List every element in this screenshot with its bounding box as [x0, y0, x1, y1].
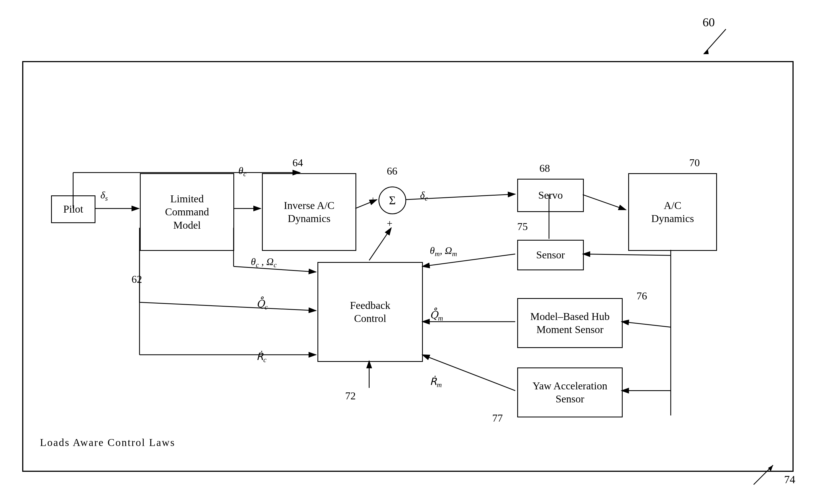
theta-c-label: θc: [238, 165, 246, 178]
rdot-c-label: Ṙc: [257, 351, 267, 364]
sum-plus-bottom: +: [387, 217, 392, 229]
svg-line-9: [583, 194, 626, 210]
ref-72-label: 72: [345, 390, 356, 402]
ref-75-label: 75: [517, 220, 528, 232]
loads-label: Loads Aware Control Laws: [40, 436, 175, 449]
arrow-74-icon: [748, 460, 781, 487]
servo-block: Servo: [517, 179, 584, 212]
ref-77-label: 77: [492, 412, 503, 424]
ref-74-label: 74: [784, 473, 795, 486]
ref-70-label: 70: [689, 157, 700, 169]
svg-marker-1: [704, 49, 709, 54]
ac-dynamics-block: A/CDynamics: [628, 173, 717, 251]
yaw-acceleration-sensor-block: Yaw AccelerationSensor: [517, 367, 623, 417]
ref-62-label: 62: [132, 273, 142, 285]
qdot-m-label: Q̊m: [430, 309, 443, 322]
delta-s-label: δs: [101, 189, 108, 202]
svg-line-18: [369, 228, 391, 260]
ref-76-label: 76: [637, 290, 647, 302]
svg-line-14: [622, 322, 671, 327]
svg-marker-3: [768, 465, 773, 471]
pilot-block: Pilot: [51, 195, 96, 223]
qdot-c-label: Q̊c: [257, 298, 268, 311]
ref-66-label: 66: [387, 165, 397, 177]
svg-line-22: [140, 302, 316, 311]
svg-line-11: [583, 254, 671, 255]
hub-moment-sensor-block: Model–Based HubMoment Sensor: [517, 298, 623, 348]
feedback-control-block: FeedbackControl: [317, 262, 423, 362]
page: 60 Loads Aware Control Laws 74 Pilot Lim…: [0, 0, 823, 504]
sum-junction: Σ: [378, 186, 406, 214]
inv-ac-block: Inverse A/CDynamics: [262, 173, 356, 251]
delta-c-label: δc: [420, 189, 428, 202]
rdot-m-label: Ṙm: [430, 376, 442, 389]
arrow-60-icon: [698, 26, 731, 60]
ref-68-label: 68: [539, 162, 550, 174]
theta-c-qc-label: θc , Ωc: [251, 256, 277, 269]
ref-64-label: 64: [293, 157, 303, 169]
sensor-block: Sensor: [517, 240, 584, 270]
lcm-block: Limited Command Model: [140, 173, 234, 251]
sum-plus-left: +: [370, 194, 376, 206]
theta-m-qm-label: θm, Ωm: [430, 245, 457, 258]
main-diagram-box: Loads Aware Control Laws 74 Pilot Limite…: [22, 61, 794, 472]
